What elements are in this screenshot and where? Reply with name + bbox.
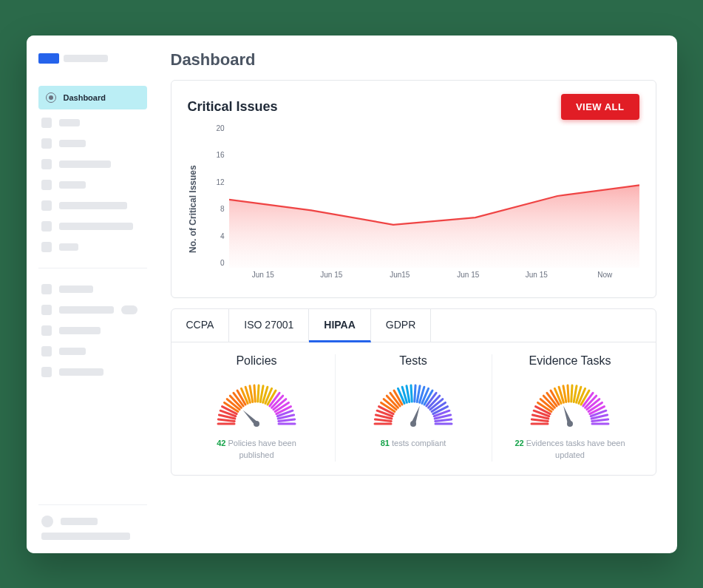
- page-title: Dashboard: [171, 50, 656, 70]
- tab-iso-27001[interactable]: ISO 27001: [229, 309, 309, 342]
- compliance-tabs: CCPAISO 27001HIPAAGDPR: [171, 309, 656, 342]
- gauge-policies: Policies42 Policies have been published: [179, 354, 335, 462]
- main-content: Dashboard Critical Issues VIEW ALL No. o…: [156, 36, 677, 553]
- gauge-caption: 81 tests compliant: [358, 437, 469, 450]
- svg-line-61: [532, 419, 548, 421]
- gauge-value: 42: [217, 439, 225, 447]
- sidebar-item-placeholder[interactable]: [41, 305, 147, 315]
- sidebar-item-placeholder[interactable]: [41, 242, 147, 252]
- svg-line-44: [415, 385, 415, 402]
- avatar: [41, 516, 53, 527]
- gauge-value: 81: [381, 439, 390, 447]
- chart-y-axis-label: No. of Critical Issues: [188, 124, 198, 287]
- sidebar-footer: [38, 494, 147, 540]
- svg-point-89: [567, 421, 573, 427]
- sidebar-item-dashboard[interactable]: Dashboard: [38, 86, 147, 109]
- sidebar-item-placeholder[interactable]: [41, 138, 147, 149]
- svg-line-26: [279, 419, 295, 421]
- gauge-icon: [46, 92, 56, 103]
- app-window: Dashboard Dashboard Critical Issues VIEW…: [27, 36, 677, 553]
- chart-y-ticks: 201612840: [207, 124, 228, 268]
- chart-svg: [229, 124, 639, 268]
- gauge-tests: Tests81 tests compliant: [335, 354, 492, 462]
- sidebar-item-placeholder[interactable]: [41, 284, 147, 294]
- sidebar: Dashboard: [27, 36, 156, 553]
- sidebar-item-placeholder[interactable]: [41, 367, 147, 377]
- svg-line-73: [568, 385, 568, 402]
- gauge-title: Policies: [188, 354, 326, 368]
- tab-ccpa[interactable]: CCPA: [171, 309, 230, 342]
- svg-line-13: [254, 385, 255, 402]
- gauge-title: Tests: [344, 354, 483, 368]
- svg-line-31: [375, 419, 391, 421]
- sidebar-item-label: Dashboard: [64, 93, 106, 102]
- sidebar-item-placeholder[interactable]: [41, 118, 147, 128]
- svg-point-59: [410, 421, 416, 427]
- sidebar-item-placeholder[interactable]: [41, 180, 147, 190]
- sidebar-item-placeholder[interactable]: [41, 200, 147, 211]
- critical-issues-card: Critical Issues VIEW ALL No. of Critical…: [171, 80, 656, 298]
- critical-issues-title: Critical Issues: [188, 99, 278, 115]
- view-all-button[interactable]: VIEW ALL: [561, 94, 639, 120]
- sidebar-footer-text-placeholder: [41, 533, 130, 540]
- svg-point-29: [254, 421, 259, 427]
- sidebar-item-placeholder[interactable]: [41, 325, 147, 336]
- svg-line-74: [571, 385, 572, 402]
- chart-x-ticks: Jun 15Jun 15Jun15Jun 15Jun 15Now: [229, 271, 639, 287]
- sidebar-divider: [38, 504, 147, 505]
- gauge-caption: 22 Evidences tasks have been updated: [514, 437, 625, 462]
- tab-gdpr[interactable]: GDPR: [371, 309, 431, 342]
- critical-issues-chart: No. of Critical Issues 201612840: [188, 124, 639, 287]
- sidebar-user[interactable]: [41, 516, 147, 527]
- gauge-title: Evidence Tasks: [501, 354, 639, 368]
- gauge-caption: 42 Policies have been published: [201, 437, 312, 462]
- sidebar-item-placeholder[interactable]: [41, 346, 147, 356]
- logo-text-placeholder: [64, 55, 108, 62]
- sidebar-item-placeholder[interactable]: [41, 159, 147, 169]
- logo-mark: [38, 53, 59, 64]
- sidebar-divider: [38, 268, 147, 268]
- svg-line-43: [411, 385, 412, 402]
- logo: [38, 53, 147, 64]
- gauge-row: Policies42 Policies have been publishedT…: [171, 342, 656, 462]
- svg-line-1: [218, 419, 234, 421]
- sidebar-item-placeholder[interactable]: [41, 221, 147, 232]
- compliance-card: CCPAISO 27001HIPAAGDPR Policies42 Polici…: [171, 308, 656, 476]
- gauge-value: 22: [514, 439, 523, 447]
- svg-line-56: [435, 419, 452, 421]
- svg-line-86: [592, 419, 608, 421]
- svg-line-14: [258, 385, 259, 402]
- tab-hipaa[interactable]: HIPAA: [309, 309, 371, 342]
- gauge-evidence-tasks: Evidence Tasks22 Evidences tasks have be…: [492, 354, 648, 462]
